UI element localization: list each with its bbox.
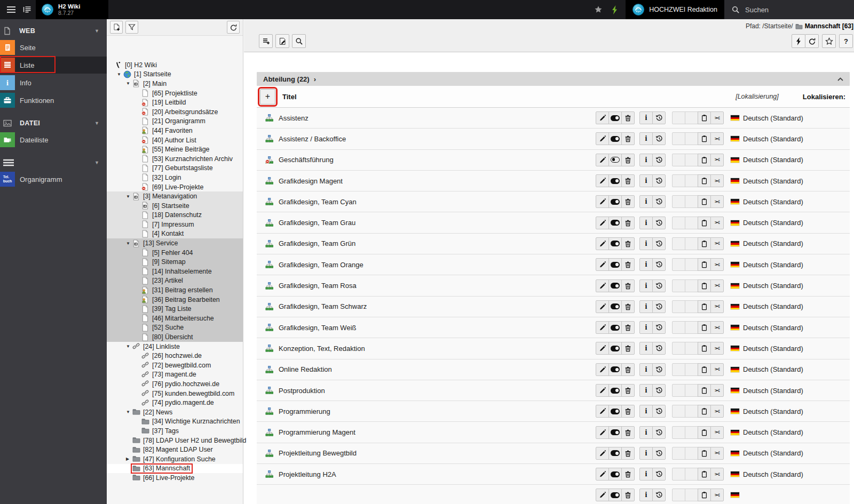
filter-button[interactable] <box>125 21 138 34</box>
cut-button[interactable]: ✂ <box>710 217 724 229</box>
history-button[interactable] <box>652 384 666 397</box>
edit-button[interactable] <box>596 154 609 166</box>
tree-node[interactable]: ▼[13] Service <box>107 238 243 248</box>
delete-button[interactable] <box>621 174 635 187</box>
history-button[interactable] <box>652 405 666 418</box>
tree-node[interactable]: [78] LDAP User H2 und Bewegtbild <box>107 436 243 445</box>
hide-toggle-button[interactable] <box>608 217 622 229</box>
paste-button[interactable] <box>698 237 711 250</box>
new-record-button[interactable] <box>259 34 273 48</box>
tree-node[interactable]: [18] Datenschutz <box>107 211 243 220</box>
history-button[interactable] <box>652 154 666 166</box>
info-button[interactable]: i <box>639 111 653 124</box>
cut-button[interactable]: ✂ <box>710 300 724 313</box>
record-title[interactable]: Grafikdesign, Team Orange <box>279 261 363 269</box>
tree-node[interactable]: ▼[22] News <box>107 407 243 417</box>
app-logo[interactable]: H2 Wiki 8.7.27 <box>36 0 108 19</box>
tree-node[interactable]: [63] Mannschaft <box>107 464 243 474</box>
new-page-button[interactable] <box>110 21 123 34</box>
tree-node[interactable]: [9] Sitemap <box>107 257 243 267</box>
delete-button[interactable] <box>621 217 635 229</box>
delete-button[interactable] <box>621 426 635 439</box>
hide-toggle-button[interactable] <box>608 195 622 208</box>
add-record-button[interactable]: + <box>260 89 275 105</box>
tree-node[interactable]: [0] H2 Wiki <box>107 60 243 70</box>
tree-node[interactable]: [4] Kontakt <box>107 229 243 239</box>
sidebar-item-funktionen[interactable]: Funktionen <box>0 92 107 109</box>
hide-toggle-button[interactable] <box>608 174 622 187</box>
paste-button[interactable] <box>698 321 711 334</box>
info-button[interactable]: i <box>639 132 653 145</box>
expand-open-icon[interactable]: ▼ <box>126 241 132 246</box>
tree-node[interactable]: [77] Geburtstagsliste <box>107 164 243 173</box>
history-button[interactable] <box>652 468 666 481</box>
hide-toggle-button[interactable] <box>608 321 622 334</box>
paste-button[interactable] <box>698 174 711 187</box>
tree-node[interactable]: ▼[3] Metanavigation <box>107 191 243 201</box>
chevron-down-icon[interactable]: ▼ <box>94 28 99 34</box>
edit-page-button[interactable] <box>275 34 289 48</box>
delete-button[interactable] <box>621 195 635 208</box>
delete-button[interactable] <box>621 279 635 292</box>
pagetree-toggle-icon[interactable] <box>23 6 31 13</box>
edit-button[interactable] <box>596 342 609 355</box>
hide-toggle-button[interactable] <box>608 489 622 501</box>
tree-node[interactable]: [14] Inhaltselemente <box>107 267 243 276</box>
paste-button[interactable] <box>698 300 711 313</box>
cut-button[interactable]: ✂ <box>710 489 724 501</box>
tree-node[interactable]: ▼[24] Linkliste <box>107 342 243 351</box>
menu-toggle-icon[interactable] <box>6 6 16 13</box>
edit-button[interactable] <box>596 321 609 334</box>
paste-button[interactable] <box>698 132 711 145</box>
tree-node[interactable]: [82] Magent LDAP User <box>107 445 243 454</box>
tree-node[interactable]: [65] Projektliste <box>107 89 243 98</box>
tree-node[interactable]: ▼[1] Startseite <box>107 70 243 79</box>
hide-toggle-button[interactable] <box>608 279 622 292</box>
history-button[interactable] <box>652 300 666 313</box>
hide-toggle-button[interactable] <box>608 405 622 418</box>
cut-button[interactable]: ✂ <box>710 468 724 481</box>
delete-button[interactable] <box>621 468 635 481</box>
module-group-header[interactable]: WEB▼ <box>0 23 107 38</box>
info-button[interactable]: i <box>639 321 653 334</box>
cut-button[interactable]: ✂ <box>710 342 724 355</box>
cut-button[interactable]: ✂ <box>710 195 724 208</box>
refresh-tree-button[interactable] <box>227 21 240 34</box>
expand-open-icon[interactable]: ▼ <box>126 410 132 414</box>
cut-button[interactable]: ✂ <box>710 363 724 376</box>
tree-node[interactable]: [21] Organigramm <box>107 117 243 126</box>
cut-button[interactable]: ✂ <box>710 426 724 439</box>
tree-node[interactable]: [75] kunden.bewegtbild.com <box>107 389 243 398</box>
paste-button[interactable] <box>698 279 711 292</box>
paste-button[interactable] <box>698 342 711 355</box>
delete-button[interactable] <box>621 321 635 334</box>
tree-node[interactable]: [19] Leitbild <box>107 98 243 107</box>
record-title[interactable]: Projektleitung Bewegtbild <box>279 449 357 457</box>
edit-button[interactable] <box>596 468 609 481</box>
paste-button[interactable] <box>698 489 711 501</box>
cut-button[interactable]: ✂ <box>710 321 724 334</box>
info-button[interactable]: i <box>639 279 653 292</box>
sidebar-item-info[interactable]: iInfo <box>0 74 107 91</box>
info-button[interactable]: i <box>639 174 653 187</box>
expand-open-icon[interactable]: ▼ <box>126 344 132 349</box>
bookmark-star-icon[interactable] <box>590 0 606 19</box>
help-button[interactable]: ? <box>839 34 853 48</box>
record-title[interactable]: Postproduktion <box>279 387 325 395</box>
hide-toggle-button[interactable] <box>608 300 622 313</box>
edit-button[interactable] <box>596 447 609 460</box>
toolbar-search[interactable]: Suchen <box>724 0 854 19</box>
tree-node[interactable]: ▶[47] Konfiguration Suche <box>107 454 243 464</box>
tree-node[interactable]: [36] Beitrag Bearbeiten <box>107 295 243 305</box>
module-group-header[interactable]: DATEI▼ <box>0 116 107 131</box>
info-button[interactable]: i <box>639 258 653 271</box>
sidebar-item-organigramm[interactable]: Tel.buchOrganigramm <box>0 171 107 188</box>
history-button[interactable] <box>652 447 666 460</box>
cut-button[interactable]: ✂ <box>710 279 724 292</box>
edit-button[interactable] <box>596 258 609 271</box>
tree-node[interactable]: [44] Favoriten <box>107 126 243 135</box>
paste-button[interactable] <box>698 405 711 418</box>
paste-button[interactable] <box>698 217 711 229</box>
record-title[interactable]: Grafikdesign, Team Weiß <box>279 324 356 332</box>
hide-toggle-button[interactable] <box>608 384 622 397</box>
